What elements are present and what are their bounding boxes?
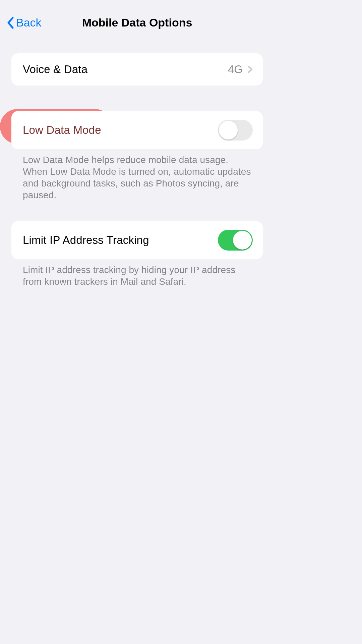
low-data-mode-cell[interactable]: Low Data Mode xyxy=(11,111,263,149)
chevron-right-icon xyxy=(247,65,253,73)
back-button[interactable]: Back xyxy=(7,16,42,29)
limit-ip-label: Limit IP Address Tracking xyxy=(23,234,149,247)
voice-data-label: Voice & Data xyxy=(23,63,87,76)
limit-ip-footer: Limit IP address tracking by hiding your… xyxy=(11,259,263,287)
header-bar: Back Mobile Data Options xyxy=(0,0,274,37)
cell-trailing: 4G xyxy=(228,63,253,76)
toggle-knob xyxy=(233,231,252,250)
limit-ip-group: Limit IP Address Tracking xyxy=(11,221,263,259)
voice-data-group: Voice & Data 4G xyxy=(11,53,263,86)
low-data-mode-toggle[interactable] xyxy=(218,120,253,141)
low-data-mode-footer: Low Data Mode helps reduce mobile data u… xyxy=(11,149,263,201)
limit-ip-toggle[interactable] xyxy=(218,230,253,251)
low-data-mode-label: Low Data Mode xyxy=(23,124,101,137)
back-label: Back xyxy=(16,16,42,29)
content-area: Voice & Data 4G Low Data Mode Low Data xyxy=(0,37,274,287)
limit-ip-cell[interactable]: Limit IP Address Tracking xyxy=(11,221,263,259)
chevron-left-icon xyxy=(7,17,14,29)
toggle-knob xyxy=(219,121,238,140)
voice-data-value: 4G xyxy=(228,63,243,76)
low-data-group: Low Data Mode xyxy=(11,111,263,149)
voice-data-cell[interactable]: Voice & Data 4G xyxy=(11,53,263,86)
